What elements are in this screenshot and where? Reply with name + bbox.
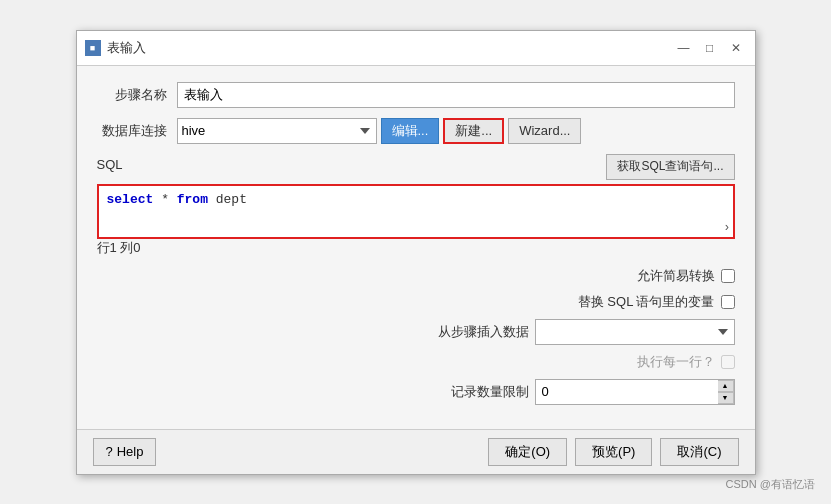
db-connection-row: 数据库连接 hive 编辑... 新建... Wizard... (97, 118, 735, 144)
execute-each-row-checkbox[interactable] (721, 355, 735, 369)
sql-editor-box[interactable]: select * from dept › (97, 184, 735, 239)
record-limit-input[interactable] (535, 379, 735, 405)
insert-from-step-row: 从步骤插入数据 (97, 319, 735, 345)
help-button[interactable]: ? Help (93, 438, 157, 466)
sql-header: SQL 获取SQL查询语句... (97, 154, 735, 180)
step-name-row: 步骤名称 (97, 82, 735, 108)
footer-right: 确定(O) 预览(P) 取消(C) (488, 438, 738, 466)
sql-star: * (161, 192, 177, 207)
edit-button[interactable]: 编辑... (381, 118, 440, 144)
step-name-input[interactable] (177, 82, 735, 108)
title-bar: ■ 表输入 — □ ✕ (77, 31, 755, 66)
minimize-button[interactable]: — (673, 37, 695, 59)
allow-simple-convert-label: 允许简易转换 (637, 267, 715, 285)
sql-from-keyword: from (177, 192, 208, 207)
insert-from-step-label: 从步骤插入数据 (438, 323, 529, 341)
close-button[interactable]: ✕ (725, 37, 747, 59)
sql-select-keyword: select (107, 192, 154, 207)
maximize-button[interactable]: □ (699, 37, 721, 59)
wizard-button[interactable]: Wizard... (508, 118, 581, 144)
spinner-up-button[interactable]: ▲ (718, 380, 734, 392)
db-connection-select[interactable]: hive (177, 118, 377, 144)
title-bar-left: ■ 表输入 (85, 39, 146, 57)
window-title: 表输入 (107, 39, 146, 57)
footer-left: ? Help (93, 438, 157, 466)
record-limit-label: 记录数量限制 (451, 383, 529, 401)
preview-button[interactable]: 预览(P) (575, 438, 652, 466)
record-limit-row: 记录数量限制 ▲ ▼ (97, 379, 735, 405)
db-connection-controls: hive 编辑... 新建... Wizard... (177, 118, 582, 144)
insert-from-step-select[interactable] (535, 319, 735, 345)
cancel-button[interactable]: 取消(C) (660, 438, 738, 466)
dialog-content: 步骤名称 数据库连接 hive 编辑... 新建... Wizard... SQ… (77, 66, 755, 429)
db-connection-label: 数据库连接 (97, 122, 177, 140)
confirm-button[interactable]: 确定(O) (488, 438, 567, 466)
dialog-footer: ? Help 确定(O) 预览(P) 取消(C) (77, 429, 755, 474)
row-col-info: 行1 列0 (97, 239, 735, 257)
step-name-label: 步骤名称 (97, 86, 177, 104)
allow-simple-convert-row: 允许简易转换 (97, 267, 735, 285)
title-controls: — □ ✕ (673, 37, 747, 59)
replace-vars-checkbox[interactable] (721, 295, 735, 309)
replace-vars-label: 替换 SQL 语句里的变量 (578, 293, 715, 311)
dialog-window: ■ 表输入 — □ ✕ 步骤名称 数据库连接 hive 编辑... 新建... … (76, 30, 756, 475)
help-label: Help (117, 444, 144, 459)
watermark: CSDN @有语忆语 (726, 477, 815, 492)
new-button[interactable]: 新建... (443, 118, 504, 144)
window-icon: ■ (85, 40, 101, 56)
spinner-down-button[interactable]: ▼ (718, 392, 734, 404)
execute-each-row-row: 执行每一行？ (97, 353, 735, 371)
record-limit-wrapper: ▲ ▼ (535, 379, 735, 405)
replace-vars-row: 替换 SQL 语句里的变量 (97, 293, 735, 311)
sql-table-name: dept (216, 192, 247, 207)
record-limit-spinner: ▲ ▼ (718, 380, 734, 404)
options-section: 允许简易转换 替换 SQL 语句里的变量 (97, 267, 735, 311)
scroll-indicator: › (723, 221, 730, 235)
allow-simple-convert-checkbox[interactable] (721, 269, 735, 283)
sql-label: SQL (97, 157, 123, 172)
get-sql-button[interactable]: 获取SQL查询语句... (606, 154, 734, 180)
execute-each-row-label: 执行每一行？ (637, 353, 715, 371)
help-icon: ? (106, 444, 113, 459)
